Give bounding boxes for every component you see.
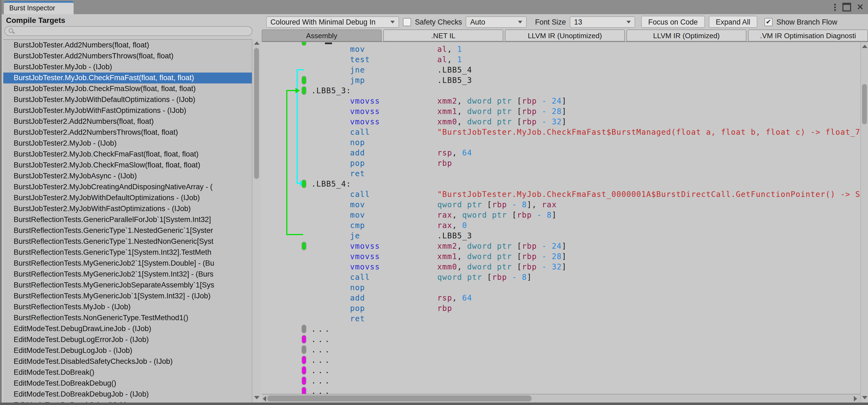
code-line: ret	[262, 314, 860, 324]
code-line: poprbp	[262, 158, 860, 169]
compile-target-item[interactable]: BurstJobTester.MyJob.CheckFmaFast(float,…	[3, 73, 252, 83]
compile-target-item[interactable]: BurstJobTester2.MyJobAsync - (IJob)	[3, 171, 252, 182]
search-input[interactable]	[15, 27, 252, 35]
scroll-down-icon[interactable]	[862, 396, 867, 399]
compile-target-item[interactable]: BurstJobTester2.MyJobCreatingAndDisposin…	[3, 182, 252, 193]
expand-all-button[interactable]: Expand All	[709, 16, 757, 28]
output-tabbar: Assembly.NET ILLLVM IR (Unoptimized)LLVM…	[262, 29, 868, 42]
safety-mode-value: Auto	[470, 18, 485, 26]
code-line: cmprax, 0	[262, 220, 860, 231]
compile-target-item[interactable]: BurstJobTester.Add2Numbers(float, float)	[3, 40, 252, 51]
window-tab-burst-inspector[interactable]: Burst Inspector	[4, 1, 73, 14]
compile-target-item[interactable]: BurstJobTester.MyJob.CheckFmaSlow(float,…	[3, 83, 252, 94]
compile-target-item[interactable]: BurstReflectionTests.GenericType`1.Neste…	[3, 236, 252, 247]
compile-target-item[interactable]: BurstJobTester2.Add2Numbers(float, float…	[3, 116, 252, 127]
block-marker[interactable]	[302, 179, 306, 188]
compile-target-item[interactable]: BurstJobTester.MyJob - (IJob)	[3, 62, 252, 73]
block-marker[interactable]	[302, 366, 306, 375]
code-line: movqword ptr [rbp - 8], rax	[262, 200, 860, 210]
compile-target-item[interactable]: EditModeTest.DoBreak()	[3, 367, 252, 378]
code-line: ...	[262, 355, 860, 366]
tab-assembly[interactable]: Assembly	[262, 29, 382, 41]
compile-target-item[interactable]: BurstJobTester2.MyJobWithFastOptimizatio…	[3, 203, 252, 214]
compile-target-list: BurstJobTester.Add2Numbers(float, float)…	[3, 39, 252, 403]
compile-target-item[interactable]: BurstJobTester.Add2NumbersThrows(float, …	[3, 51, 252, 62]
code-horizontal-scrollbar[interactable]	[262, 394, 860, 403]
font-size-dropdown[interactable]: 13	[570, 16, 635, 28]
code-line: movrax, qword ptr [rbp - 8]	[262, 210, 860, 220]
burst-inspector-window: Burst Inspector ✕ Compile Targets BurstJ…	[0, 0, 868, 405]
block-marker[interactable]	[302, 356, 306, 364]
list-scrollbar-thumb[interactable]	[254, 48, 259, 179]
code-line: ret	[262, 169, 860, 179]
block-marker[interactable]	[302, 345, 306, 354]
safety-checks-label: Safety Checks	[415, 18, 462, 26]
code-line: je.LBB5_3	[262, 231, 860, 241]
compile-target-item[interactable]: EditModeTest.DebugDrawLineJob - (IJob)	[3, 323, 252, 335]
compile-target-item[interactable]: BurstJobTester.MyJobWithDefaultOptimizat…	[3, 94, 252, 105]
compile-target-item[interactable]: BurstReflectionTests.GenericType`1[Syste…	[3, 247, 252, 258]
compile-target-item[interactable]: BurstJobTester2.MyJob - (IJob)	[3, 138, 252, 149]
compile-target-item[interactable]: BurstReflectionTests.MyGenericJobSeparat…	[3, 280, 252, 291]
list-vertical-scrollbar[interactable]	[252, 39, 260, 403]
block-marker[interactable]	[302, 335, 306, 344]
close-icon[interactable]: ✕	[857, 2, 864, 12]
chevron-down-icon	[626, 21, 631, 23]
code-scrollbar-thumb[interactable]	[862, 84, 867, 124]
view-mode-dropdown[interactable]: Coloured With Minimal Debug In	[266, 16, 399, 28]
compile-target-item[interactable]: BurstReflectionTests.MyGenericJob2`1[Sys…	[3, 269, 252, 280]
compile-target-item[interactable]: BurstJobTester2.MyJobWithDefaultOptimiza…	[3, 193, 252, 203]
compile-target-item[interactable]: BurstReflectionTests.GenericParallelForJ…	[3, 214, 252, 225]
tab--net-il[interactable]: .NET IL	[383, 29, 503, 41]
code-line: nop	[262, 283, 860, 293]
assembly-code-view[interactable]: moval, 1testal, 1jne.LBB5_4jmp.LBB5_3.LB…	[262, 42, 860, 394]
scroll-right-icon[interactable]	[854, 396, 857, 401]
search-field[interactable]	[4, 26, 252, 36]
font-size-value: 13	[574, 18, 582, 26]
scroll-left-icon[interactable]	[263, 396, 266, 401]
compile-target-item[interactable]: BurstReflectionTests.MyJob - (IJob)	[3, 301, 252, 313]
show-branch-flow-label: Show Branch Flow	[776, 18, 837, 26]
code-line: .LBB5_4:	[262, 179, 860, 189]
scroll-up-icon[interactable]	[254, 41, 259, 45]
compile-target-item[interactable]: BurstReflectionTests.NonGenericType.Test…	[3, 313, 252, 323]
safety-checks-checkbox[interactable]	[403, 18, 411, 26]
compile-target-item[interactable]: BurstJobTester2.Add2NumbersThrows(float,…	[3, 127, 252, 138]
block-marker[interactable]	[302, 76, 306, 85]
compile-target-item[interactable]: BurstReflectionTests.GenericType`1.Neste…	[3, 225, 252, 236]
tab-llvm-ir-unoptimized-[interactable]: LLVM IR (Unoptimized)	[505, 29, 625, 41]
compile-target-item[interactable]: BurstReflectionTests.MyGenericJob`1[Syst…	[3, 291, 252, 301]
code-hscrollbar-thumb[interactable]	[267, 396, 532, 401]
scroll-down-icon[interactable]	[254, 396, 259, 399]
tab--vm-ir-optimisation-diagnosti[interactable]: .VM IR Optimisation Diagnosti	[748, 29, 868, 41]
code-line: jne.LBB5_4	[262, 65, 860, 75]
compile-target-item[interactable]: BurstJobTester2.MyJob.CheckFmaFast(float…	[3, 149, 252, 160]
block-marker[interactable]	[302, 376, 306, 385]
block-marker[interactable]	[302, 324, 306, 333]
show-branch-flow-checkbox[interactable]: ✔	[765, 18, 773, 26]
block-marker[interactable]	[302, 242, 306, 250]
chevron-down-icon	[391, 21, 395, 23]
code-vertical-scrollbar[interactable]	[860, 42, 868, 403]
window-controls: ✕	[833, 2, 864, 12]
compile-target-item[interactable]: BurstJobTester2.MyJob.CheckFmaSlow(float…	[3, 160, 252, 171]
compile-target-item[interactable]: BurstJobTester.MyJobWithFastOptimization…	[3, 105, 252, 116]
block-marker[interactable]	[302, 387, 306, 394]
view-mode-value: Coloured With Minimal Debug In	[271, 18, 376, 26]
compile-target-item[interactable]: EditModeTest.DisabledSafetyChecksJob - (…	[3, 356, 252, 367]
maximize-icon[interactable]	[843, 3, 851, 11]
code-line: callqword ptr [rbp - 8]	[262, 272, 860, 283]
safety-mode-dropdown[interactable]: Auto	[466, 16, 527, 28]
compile-target-item[interactable]: EditModeTest.DebugLogJob - (IJob)	[3, 345, 252, 356]
kebab-menu-icon[interactable]	[833, 2, 837, 12]
scroll-up-icon[interactable]	[862, 45, 867, 48]
tab-llvm-ir-optimized-[interactable]: LLVM IR (Optimized)	[626, 29, 746, 41]
compile-target-item[interactable]: EditModeTest.DebugLogErrorJob - (IJob)	[3, 335, 252, 345]
block-marker[interactable]	[302, 86, 306, 95]
focus-on-code-button[interactable]: Focus on Code	[641, 16, 705, 28]
compile-target-item[interactable]: BurstReflectionTests.MyGenericJob2`1[Sys…	[3, 258, 252, 269]
compile-targets-panel: Compile Targets BurstJobTester.Add2Numbe…	[2, 14, 262, 403]
code-line: poprbp	[262, 303, 860, 314]
compile-target-item[interactable]: EditModeTest.DoBreakDebug()	[3, 378, 252, 389]
compile-target-item[interactable]: EditModeTest.DoBreakDebugJob - (IJob)	[3, 389, 252, 400]
